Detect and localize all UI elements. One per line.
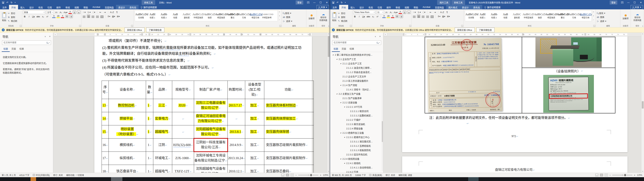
expand-arrow-icon[interactable]: ◢ [340,132,342,134]
table-cell[interactable]: 1 [146,165,153,173]
ribbon-tab[interactable]: 文件 [0,5,9,9]
table-cell[interactable]: 变压器壳体焊接加工 [264,112,314,125]
contextual-tool-tab[interactable]: 图片工具 [437,0,451,5]
style-chip[interactable]: AaBbCcDd 引用 [238,12,250,19]
shrink-font-icon[interactable]: A↓ [59,10,62,14]
style-chip[interactable]: AaBbCcDd 明显引用 [250,12,261,19]
zoom-out-icon[interactable]: − [295,174,297,176]
shading-icon[interactable]: ▨▾ [112,14,116,18]
replace-button[interactable]: ab替换 [597,16,620,19]
change-case-icon[interactable]: Aa▾ [394,10,398,14]
table-cell[interactable]: HJX(32)-600 [172,138,194,152]
ribbon-tab[interactable]: 布局 [366,5,375,9]
nav-outline-item[interactable]: ◢2.2.4.1 绕线机 [330,161,383,165]
dialog-launcher-icon[interactable]: ↘ [350,25,352,27]
italic-button[interactable]: I [28,15,31,18]
table-cell[interactable]: 喷砂装置 （吹砂装置） [109,125,146,138]
style-chip[interactable]: AaBl 标题 1 [147,12,158,19]
table-cell[interactable]: 加工 [245,125,264,138]
table-cell[interactable]: 2014.9.9 [228,138,245,152]
style-chip[interactable]: AaBbC 副标题 [511,12,522,19]
nav-tab[interactable]: 标题 [2,46,10,52]
ribbon-tab[interactable]: 帮助 [81,5,90,9]
nav-outline-item[interactable]: ◢2.1.4 生产流程 [330,83,383,87]
style-chip[interactable]: AaBbCcD 不明显强调 [192,12,204,19]
tab-selector-icon[interactable]: L [54,33,57,36]
ribbon-tab[interactable]: 插入 [348,5,357,9]
nav-outline-item[interactable]: 2.2.3.1.2 瓦楞纸板机 [330,144,383,148]
photo-cell[interactable]: （设备铭牌照片） HZH®硅钢片横剪线 Silicon Steel Cut To… [522,37,615,113]
nav-tab[interactable]: 结果 [348,46,356,52]
share-button[interactable]: 共享 ▾ [631,5,643,9]
nav-tab[interactable]: 页面 [10,46,18,52]
grow-font-icon[interactable]: A↑ [55,10,58,14]
strikethrough-button[interactable]: abc [36,15,40,18]
web-layout-icon[interactable] [605,174,608,176]
track-changes-indicator[interactable]: 修订: 关闭 [53,174,63,176]
ribbon-tab[interactable]: 审阅 [393,5,402,9]
enclose-characters-icon[interactable]: 字 [400,15,403,18]
nav-outline-item[interactable]: 2.2.2.1.1 租赁合同 [330,109,383,113]
ribbon-tab[interactable]: 表设计 [116,5,127,9]
zoom-in-icon[interactable]: + [320,174,321,176]
ribbon-tab[interactable]: 审阅 [63,5,72,9]
table-cell[interactable]: 1 [146,138,153,152]
table-cell[interactable]: 横剪线机 [109,138,146,152]
word-count[interactable]: 4/518 个字 [19,174,29,176]
zoom-in-icon[interactable]: + [634,174,635,176]
nav-tab[interactable]: 页面 [340,46,348,52]
table-cell[interactable]: 16 [102,138,109,152]
subscript-button[interactable]: x₂ [41,15,44,18]
nav-outline-item[interactable]: 2.2.3.2 层压件热压机 [330,152,383,156]
font-color-icon[interactable]: A [391,15,394,18]
maximize-button[interactable] [318,0,324,5]
style-chip[interactable]: AaBb 标题 2 [488,12,500,19]
style-chip[interactable]: AaBbCcD 强调 [204,12,215,19]
tab-selector-icon[interactable]: L [384,33,387,36]
decrease-indent-icon[interactable]: ⇤ [429,10,432,14]
multilevel-list-icon[interactable]: ⁛▾ [422,10,426,14]
undo-icon[interactable]: ↶ [6,2,8,4]
styles-gallery-scroll[interactable]: ▲▼≡ [592,10,595,21]
show-marks-icon[interactable]: ¶ [115,10,118,14]
addin-icon[interactable] [310,14,313,16]
page-indicator[interactable]: 第 1 页, 共 1 页 [2,174,16,176]
table-cell[interactable]: 加工 [245,165,264,173]
zoom-slider-handle[interactable] [624,174,626,176]
chevron-down-icon[interactable]: ∨ [44,35,46,38]
tell-me-search-tab[interactable]: 操作说明搜索 [482,5,503,9]
close-button[interactable]: ✕ [324,0,330,5]
track-changes-indicator[interactable]: 修订: 关闭 [386,174,395,176]
table-cell[interactable]: 加工 [245,112,264,125]
read-mode-icon[interactable] [595,174,598,176]
addin-icon[interactable] [624,14,627,16]
nav-outline-item[interactable]: 2.2.4.2 压床 [330,170,383,173]
language-indicator[interactable]: 英语(美国) [369,174,382,176]
ribbon-tab[interactable]: 百度网盘 [433,5,446,9]
style-chip[interactable]: AaB 标题 [170,12,181,19]
document-page-next[interactable]: 盘锦辽河宏泰电力有限公司 [402,156,628,173]
style-chip[interactable]: AaBbCcD 不明显强调 [522,12,534,19]
undo-icon[interactable]: ↶ [336,2,338,4]
document-page-972[interactable]: 江苏增值税专用发票 3200141140 № 16045708 开票日期: 20… [402,36,628,152]
shrink-font-icon[interactable]: A↓ [390,10,393,14]
table-cell[interactable]: 超越电气 [153,165,172,173]
sort-icon[interactable]: A↓Z [110,10,114,14]
font-size-combo[interactable]: 11▾ [376,10,384,14]
addins-button[interactable]: 加载项 [308,17,314,20]
table-cell[interactable]: 2013.8.1 [228,125,245,138]
nav-outline-item[interactable]: ◢2.1.1 企业生产工艺 [330,61,383,66]
borders-icon[interactable]: ⊞▾ [116,14,120,18]
align-right-icon[interactable] [421,14,425,18]
table-cell[interactable]: 沈阳超越电气设备有限公司/辽宁 [194,125,228,138]
ribbon-tab[interactable]: 布局 [36,5,45,9]
expand-arrow-icon[interactable]: ◢ [344,106,346,108]
titlebar[interactable]: ↶ ↻ ▾ 图片工具表格工具 宏泰电力-2025年变压器集中采购-包1投标文件 … [330,0,644,5]
table-cell[interactable]: 1 [146,125,153,138]
sort-icon[interactable]: A↓Z [440,10,444,14]
table-cell[interactable]: 沈阳三江电器设备有限公司/辽宁 [194,99,228,112]
web-layout-icon[interactable] [290,174,294,176]
ribbon-tab[interactable]: 开始 [339,5,348,9]
table-cell[interactable]: 18 [102,165,109,173]
style-chip[interactable]: AaBbCcD 要点 [557,12,568,19]
